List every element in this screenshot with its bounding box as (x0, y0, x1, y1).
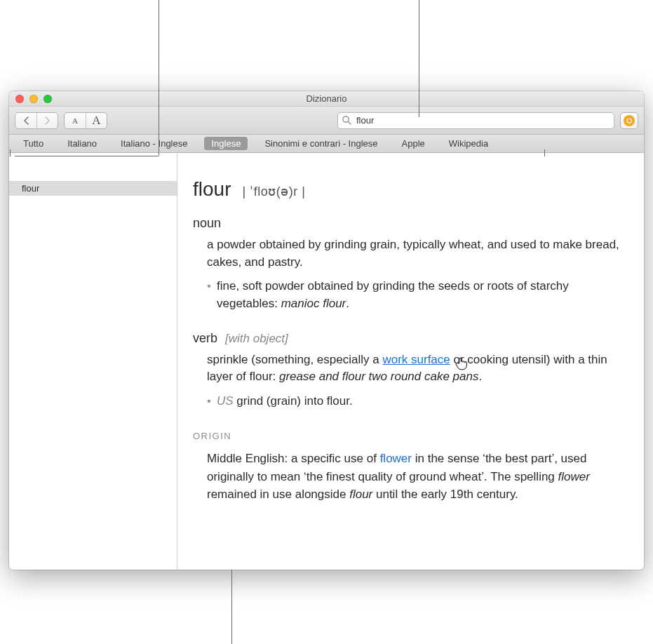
titlebar: Dizionario (9, 91, 644, 107)
pos-verb-label: verb (193, 331, 217, 345)
noun-sub-post: . (346, 297, 349, 310)
snapback-icon (624, 115, 635, 126)
noun-sense: a powder obtained by grinding grain, typ… (193, 236, 623, 313)
minimize-button[interactable] (29, 95, 38, 103)
pos-verb: verb [with object] (193, 331, 623, 346)
origin-heading: ORIGIN (193, 431, 623, 441)
source-tab-it-en[interactable]: Italiano - Inglese (114, 137, 194, 150)
xref-flower[interactable]: flower (380, 452, 412, 465)
source-tab-italiano[interactable]: Italiano (60, 137, 104, 150)
chevron-right-icon (44, 116, 51, 125)
pos-noun: noun (193, 216, 623, 231)
origin-it2: flour (349, 488, 372, 501)
source-tabs: Tutto Italiano Italiano - Inglese Ingles… (9, 135, 644, 153)
callout-line-top-left-h (15, 156, 159, 156)
source-tab-inglese[interactable]: Inglese (204, 137, 248, 150)
verb-example: grease and flour two round cake pans (279, 370, 478, 383)
source-tab-tutto[interactable]: Tutto (16, 137, 51, 150)
noun-sub-example: manioc flour (281, 297, 346, 310)
callout-line-top-right (419, 0, 419, 117)
nav-segment (15, 112, 58, 129)
results-sidebar: flour (9, 153, 177, 570)
search-field-wrap (337, 112, 614, 129)
zoom-button[interactable] (43, 95, 52, 103)
origin-mid2: remained in use alongside (207, 488, 349, 501)
verb-sense: sprinkle (something, especially a work s… (193, 351, 623, 410)
pronunciation: | ˈfloʊ(ə)r | (242, 184, 305, 199)
callout-line-sources-bracket-top2 (544, 149, 545, 156)
dictionary-window: Dizionario A A Tutto I (9, 91, 644, 570)
headword: flour (193, 178, 231, 201)
origin-it1: flower (558, 470, 590, 483)
noun-definition: a powder obtained by grinding grain, typ… (207, 238, 619, 269)
search-icon (342, 115, 351, 128)
verb-region: US (217, 394, 234, 408)
chevron-left-icon (23, 116, 29, 125)
toolbar: A A (9, 107, 644, 135)
snapback-button[interactable] (620, 112, 638, 129)
verb-def-post: . (478, 370, 482, 383)
content-body: flour flour | ˈfloʊ(ə)r | noun a powder … (9, 153, 644, 570)
definition-pane: flour | ˈfloʊ(ə)r | noun a powder obtain… (177, 153, 644, 570)
callout-line-sources-bracket-top (10, 149, 11, 156)
verb-subsense: US grind (grain) into flour. (207, 393, 623, 410)
fontsize-decrease-button[interactable]: A (65, 113, 86, 128)
close-button[interactable] (15, 95, 24, 103)
verb-grammar: [with object] (225, 332, 288, 345)
source-tab-apple[interactable]: Apple (395, 137, 432, 150)
forward-button[interactable] (36, 113, 58, 128)
verb-def-pre: sprinkle (something, especially a (207, 353, 382, 366)
source-tab-thesaurus[interactable]: Sinonimi e contrari - Inglese (257, 137, 384, 150)
callout-line-bottom (231, 570, 232, 644)
search-input[interactable] (337, 112, 614, 129)
origin-text: Middle English: a specific use of flower… (193, 450, 623, 504)
fontsize-segment: A A (64, 112, 107, 129)
svg-line-1 (348, 121, 351, 124)
verb-sub-text: grind (grain) into flour. (234, 394, 353, 408)
traffic-lights (9, 95, 52, 103)
noun-sub-pre: fine, soft powder obtained by grinding t… (217, 279, 569, 310)
xref-work-surface[interactable]: work surface (382, 353, 450, 366)
origin-post: until the early 19th century. (372, 488, 518, 501)
noun-subsense: fine, soft powder obtained by grinding t… (207, 278, 623, 312)
window-title: Dizionario (9, 93, 644, 104)
callout-line-top-left (159, 0, 159, 156)
result-item[interactable]: flour (9, 181, 177, 196)
fontsize-increase-button[interactable]: A (86, 113, 107, 128)
back-button[interactable] (15, 113, 36, 128)
source-tab-wikipedia[interactable]: Wikipedia (442, 137, 495, 150)
origin-pre: Middle English: a specific use of (207, 452, 380, 465)
